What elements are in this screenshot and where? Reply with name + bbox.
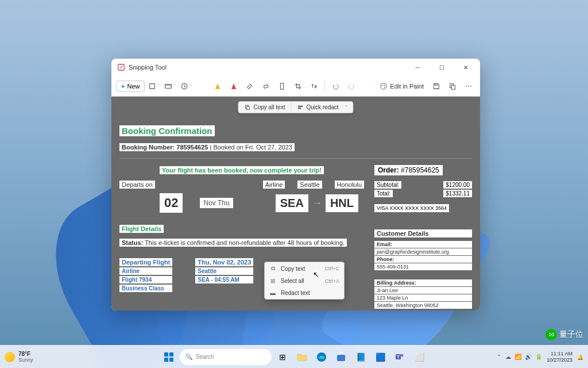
redact-icon [297,104,303,110]
chevron-up-icon[interactable]: ˄ [498,354,501,360]
email-value: jian@graphicdesigninstitute.org [374,248,472,255]
departing-date: Thu, Nov 02, 2023 [195,258,253,266]
departing-airline: Airline [119,267,172,275]
snipping-tool-icon [117,63,125,71]
wifi-icon[interactable]: 📶 [514,354,521,360]
snip-mode-dropdown[interactable] [147,79,161,93]
total-label: Total: [374,190,393,197]
booking-title: Booking Confirmation [119,125,215,136]
pen-red-icon[interactable] [227,79,241,93]
ruler-icon[interactable] [275,79,289,93]
svg-point-9 [384,85,385,86]
app-icon-3[interactable]: ⬜ [411,348,428,366]
clock[interactable]: 11:11 AM 10/27/2023 [547,351,572,363]
total-value: $1332.11 [443,190,472,197]
redact-icon: ▬ [269,290,276,296]
more-icon[interactable]: ⋯ [462,79,475,93]
watermark: ✉ 量子位 [546,329,583,340]
maximize-button[interactable]: ☐ [430,59,454,76]
app-icon-1[interactable]: 📘 [352,348,369,366]
order-box: Order: #785954625 Subtotal:$1200.00 Tota… [374,164,472,212]
departing-class: Business Class [119,285,172,292]
edge-icon[interactable] [313,348,330,366]
departing-time-col: Thu, Nov 02, 2023 Seattle SEA - 04:55 AM [195,257,253,285]
depart-day: 02 [160,193,183,213]
store-icon[interactable] [332,348,350,366]
svg-rect-21 [169,358,173,362]
undo-icon[interactable] [328,79,342,93]
system-tray[interactable]: ☁ 📶 🔊 🔋 [505,354,542,360]
delay-dropdown[interactable] [179,79,193,93]
new-button[interactable]: + New [116,80,145,92]
start-button[interactable] [160,348,177,366]
svg-rect-5 [264,85,268,89]
crop-icon[interactable] [291,79,305,93]
notifications-icon[interactable]: 🔔 [577,354,583,360]
card-line: VISA XXXX XXXX XXXX 3564 [374,204,449,212]
from-code: SEA [276,194,308,212]
flight-details-title: Flight Details [119,225,164,233]
context-redact-text[interactable]: ▬ Redact text [265,287,344,299]
subtotal-value: $1200.00 [443,181,472,189]
context-copy-text[interactable]: ⧉ Copy text Ctrl+C [265,262,344,275]
billing-addr1: 123 Maple Ln [374,294,472,301]
svg-rect-15 [247,106,250,110]
chevron-down-icon: ˅ [345,105,347,110]
copy-all-text-button[interactable]: Copy all text [238,102,291,113]
svg-point-26 [401,354,404,356]
status-line: Status: This e-ticket is confirmed and n… [119,239,347,247]
departing-time: SEA - 04:55 AM [195,276,253,283]
window-title: Snipping Tool [129,64,167,71]
plus-icon: + [121,83,125,90]
pen-yellow-icon[interactable] [211,79,225,93]
minimize-button[interactable]: ─ [405,59,430,76]
col-from: Seattle [297,181,322,189]
departs-on-label: Departs on [119,181,155,189]
customer-details-title: Customer Details [374,229,472,237]
depart-month-day: Nov Thu [200,198,233,208]
svg-rect-11 [435,83,437,85]
svg-rect-16 [298,106,303,107]
search-box[interactable]: 🔍 Search [180,349,272,365]
app-icon-2[interactable]: 🟦 [372,348,389,366]
weather-widget[interactable]: 78°F Sunny [5,351,33,363]
edit-in-paint-button[interactable]: Edit in Paint [376,80,427,92]
svg-rect-2 [165,84,172,88]
phone-value: 555-409-0131 [374,263,472,270]
onedrive-icon[interactable]: ☁ [505,354,511,360]
billing-name: Ji-an Lee [374,287,472,294]
svg-rect-20 [164,358,168,362]
svg-point-7 [381,83,387,89]
arrow-icon: → [312,197,322,209]
highlighter-icon[interactable] [243,79,257,93]
copy-icon: ⧉ [269,265,276,272]
explorer-icon[interactable] [293,348,311,366]
close-button[interactable]: ✕ [454,59,478,76]
context-select-all[interactable]: ⊞ Select all Ctrl+A [265,275,344,287]
weather-condition: Sunny [18,357,33,363]
taskbar[interactable]: 78°F Sunny 🔍 Search ⊞ 📘 🟦 T ⬜ ˄ ☁ 📶 🔊 🔋 … [0,345,588,368]
svg-rect-13 [451,85,455,89]
titlebar[interactable]: Snipping Tool ─ ☐ ✕ [111,59,480,76]
svg-rect-6 [281,83,284,89]
volume-icon[interactable]: 🔊 [525,354,532,360]
eraser-icon[interactable] [259,79,273,93]
battery-icon[interactable]: 🔋 [535,354,542,360]
route: SEA → HNL [276,194,358,212]
teams-icon[interactable]: T [391,348,408,366]
departing-flight-col: Departing Flight Airline Flight 7934 Bus… [119,257,172,293]
save-icon[interactable] [430,79,443,93]
redo-icon[interactable] [345,79,358,93]
departing-flight-number: Flight 7934 [119,276,172,283]
text-action-bar: Copy all text Quick redact ˅ [238,101,353,113]
window-mode-dropdown[interactable] [163,79,177,93]
to-code: HNL [326,194,358,212]
quick-redact-button[interactable]: Quick redact ˅ [291,102,353,113]
svg-rect-1 [150,83,155,89]
sun-icon [5,352,15,362]
task-view-icon[interactable]: ⊞ [274,348,291,366]
svg-rect-17 [298,108,301,109]
text-actions-icon[interactable] [307,79,321,93]
booking-number-line: Booking Number: 785954625 | Booked on Fr… [119,143,295,151]
copy-icon[interactable] [446,79,459,93]
